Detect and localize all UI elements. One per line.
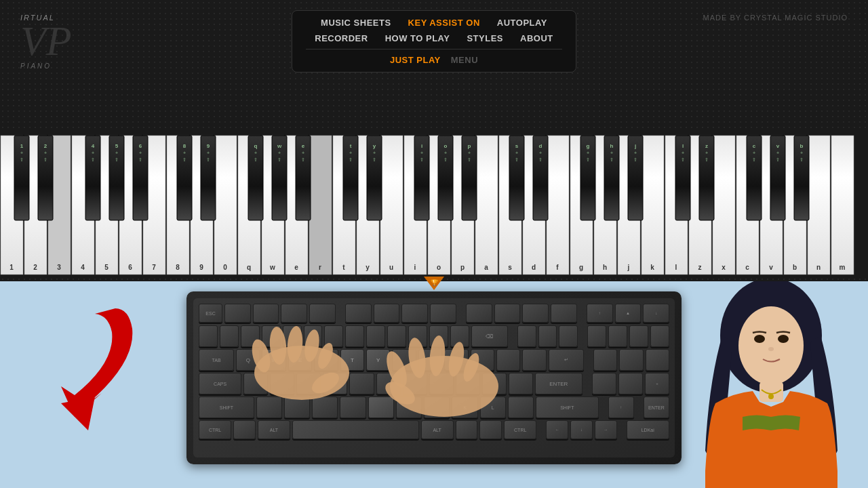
svg-text:🏆: 🏆 xyxy=(431,279,439,287)
svg-text:2: 2 xyxy=(33,264,37,271)
svg-rect-41 xyxy=(475,136,498,274)
svg-text:+: + xyxy=(682,150,684,155)
svg-rect-61 xyxy=(713,136,735,274)
svg-rect-19 xyxy=(214,136,237,274)
svg-text:⇧: ⇧ xyxy=(443,157,448,162)
svg-text:i: i xyxy=(414,264,416,271)
piano-keyboard[interactable]: // This will be drawn via inline SVG rec… xyxy=(0,129,868,281)
nav-autoplay[interactable]: AUTOPLAY xyxy=(497,18,547,28)
svg-text:+: + xyxy=(373,150,376,155)
svg-text:+: + xyxy=(302,150,304,155)
nav-styles[interactable]: STYLES xyxy=(467,33,503,43)
svg-text:s: s xyxy=(515,143,519,149)
svg-point-184 xyxy=(390,356,498,417)
svg-text:p: p xyxy=(468,143,471,149)
svg-text:s: s xyxy=(508,264,512,271)
svg-text:o: o xyxy=(437,264,441,271)
logo: IRTUAL VP PIANO xyxy=(20,14,72,70)
svg-text:⇧: ⇧ xyxy=(752,157,756,162)
svg-text:⇧: ⇧ xyxy=(610,157,614,162)
svg-rect-27 xyxy=(309,136,332,274)
nav-menu: MUSIC SHEETS KEY ASSIST ON AUTOPLAY RECO… xyxy=(292,10,576,73)
nav-how-to-play[interactable]: HOW TO PLAY xyxy=(385,33,450,43)
piano-section: IRTUAL VP PIANO MADE BY CRYSTAL MAGIC ST… xyxy=(0,0,868,281)
svg-point-193 xyxy=(754,335,765,343)
svg-text:j: j xyxy=(627,264,630,271)
svg-text:+: + xyxy=(539,150,542,155)
nav-music-sheets[interactable]: MUSIC SHEETS xyxy=(321,18,391,28)
svg-text:8: 8 xyxy=(183,143,186,149)
svg-text:+: + xyxy=(705,150,708,155)
svg-text:c: c xyxy=(745,264,749,271)
svg-text:+: + xyxy=(753,150,755,155)
svg-text:⇧: ⇧ xyxy=(277,157,281,162)
bottom-section: ESC ↑ xyxy=(0,281,868,488)
svg-text:⇧: ⇧ xyxy=(538,157,542,162)
svg-text:⇧: ⇧ xyxy=(91,157,95,162)
svg-text:⇧: ⇧ xyxy=(800,157,804,162)
svg-text:g: g xyxy=(587,143,590,149)
svg-text:⇧: ⇧ xyxy=(586,157,590,162)
svg-text:+: + xyxy=(420,150,423,155)
svg-text:x: x xyxy=(722,264,726,271)
svg-text:9: 9 xyxy=(207,143,210,149)
svg-text:+: + xyxy=(20,150,23,155)
svg-text:⇧: ⇧ xyxy=(182,157,186,162)
svg-text:l: l xyxy=(675,264,677,271)
svg-text:3: 3 xyxy=(57,264,61,271)
svg-text:w: w xyxy=(269,264,275,271)
keyboard-photo: ESC ↑ xyxy=(186,291,682,464)
svg-text:+: + xyxy=(610,150,613,155)
svg-text:y: y xyxy=(366,264,370,271)
svg-rect-69 xyxy=(808,136,830,274)
nav-key-assist[interactable]: KEY ASSIST ON xyxy=(408,18,480,28)
svg-rect-71 xyxy=(831,136,854,274)
svg-text:d: d xyxy=(539,143,542,149)
svg-text:4: 4 xyxy=(81,264,85,271)
svg-text:+: + xyxy=(515,150,518,155)
svg-text:⇧: ⇧ xyxy=(43,157,47,162)
nav-just-play[interactable]: JUST PLAY xyxy=(390,55,441,65)
svg-text:a: a xyxy=(484,264,488,271)
svg-text:b: b xyxy=(793,264,797,271)
made-by-label: MADE BY CRYSTAL MAGIC STUDIO xyxy=(703,14,848,22)
svg-text:⇧: ⇧ xyxy=(633,157,637,162)
svg-text:⇧: ⇧ xyxy=(301,157,305,162)
nav-menu[interactable]: MENU xyxy=(451,55,478,65)
svg-rect-55 xyxy=(642,136,664,274)
svg-text:d: d xyxy=(532,264,536,271)
svg-text:m: m xyxy=(840,264,846,271)
svg-text:t: t xyxy=(350,143,352,149)
svg-text:7: 7 xyxy=(152,264,156,271)
trophy-indicator: 🏆 xyxy=(424,277,444,293)
svg-text:0: 0 xyxy=(223,264,227,271)
svg-text:q: q xyxy=(254,143,258,149)
svg-text:p: p xyxy=(460,264,465,271)
svg-rect-47 xyxy=(547,136,569,274)
svg-text:⇧: ⇧ xyxy=(20,157,24,162)
nav-about[interactable]: ABOUT xyxy=(520,33,553,43)
svg-text:+: + xyxy=(468,150,471,155)
svg-text:q: q xyxy=(247,264,251,271)
svg-text:1: 1 xyxy=(20,143,24,149)
svg-text:⇧: ⇧ xyxy=(372,157,376,162)
svg-text:j: j xyxy=(634,143,636,149)
svg-text:+: + xyxy=(207,150,210,155)
svg-text:+: + xyxy=(278,150,281,155)
person-figure xyxy=(675,281,868,488)
svg-text:+: + xyxy=(44,150,47,155)
svg-text:⇧: ⇧ xyxy=(515,157,519,162)
svg-text:6: 6 xyxy=(139,143,142,149)
svg-text:5: 5 xyxy=(104,264,108,271)
svg-text:⇧: ⇧ xyxy=(705,157,709,162)
svg-text:⇧: ⇧ xyxy=(420,157,424,162)
svg-text:⇧: ⇧ xyxy=(776,157,780,162)
svg-text:b: b xyxy=(800,143,804,149)
nav-recorder[interactable]: RECORDER xyxy=(315,33,368,43)
svg-point-195 xyxy=(768,347,774,351)
svg-point-197 xyxy=(768,394,774,399)
nav-action-row: JUST PLAY MENU xyxy=(306,49,562,65)
svg-text:e: e xyxy=(302,143,305,149)
svg-point-194 xyxy=(778,335,789,343)
svg-text:l: l xyxy=(682,143,684,149)
